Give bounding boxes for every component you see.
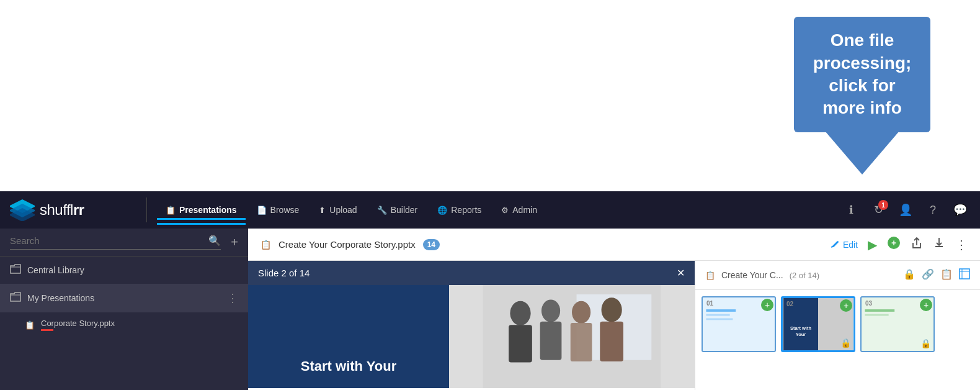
tooltip-container[interactable]: One file processing; click for more info bbox=[794, 17, 930, 175]
sidebar-item-my-presentations[interactable]: My Presentations ⋮ bbox=[0, 284, 248, 312]
thumb-lock-2: 🔒 bbox=[840, 338, 851, 348]
thumb-add-3[interactable]: + bbox=[920, 299, 932, 311]
browse-icon: 📄 bbox=[257, 206, 267, 215]
slide-area: Slide 2 of 14 ✕ Start with Your bbox=[248, 261, 980, 390]
slide-right-panel bbox=[449, 285, 695, 388]
file-info: Corporate Story.pptx bbox=[41, 319, 115, 331]
thumb-expand-icon[interactable] bbox=[959, 268, 970, 282]
nav-item-presentations[interactable]: 📋 Presentations bbox=[157, 200, 246, 220]
central-library-folder-icon bbox=[10, 264, 21, 276]
my-presentations-folder-icon bbox=[10, 292, 21, 304]
thumb-slides: 01 + 02 + bbox=[695, 290, 980, 358]
navbar: shufflrr 📋 Presentations 📄 Browse ⬆ Uplo… bbox=[0, 191, 980, 229]
nav-divider bbox=[146, 197, 147, 222]
file-header-title: Create Your Corporate Story.pptx bbox=[278, 239, 416, 250]
nav-item-presentations-wrapper: 📋 Presentations bbox=[157, 200, 246, 220]
slide-left-panel: Start with Your bbox=[248, 285, 449, 388]
svg-rect-12 bbox=[571, 323, 592, 361]
svg-rect-8 bbox=[509, 325, 532, 362]
nav-item-admin[interactable]: ⚙ Admin bbox=[492, 200, 546, 220]
nav-items: 📋 Presentations 📄 Browse ⬆ Upload 🔧 Buil… bbox=[157, 200, 841, 220]
file-pptx-icon: 📋 bbox=[25, 320, 35, 330]
thumb-copy-icon[interactable]: 📋 bbox=[940, 268, 953, 282]
nav-user-icon[interactable]: 👤 bbox=[896, 200, 915, 220]
thumb-slide-2[interactable]: 02 + 🔒 Start with Your bbox=[781, 296, 855, 352]
slide-title-bar: Slide 2 of 14 ✕ bbox=[248, 261, 695, 285]
reports-icon: 🌐 bbox=[437, 206, 447, 215]
app-container: shufflrr 📋 Presentations 📄 Browse ⬆ Uplo… bbox=[0, 191, 980, 390]
nav-refresh-icon[interactable]: ↻ 1 bbox=[868, 200, 888, 220]
sidebar: 🔍 + Central Library bbox=[0, 229, 248, 390]
file-name: Corporate Story.pptx bbox=[41, 319, 115, 328]
svg-text:+: + bbox=[891, 238, 896, 248]
people-illustration bbox=[449, 285, 695, 388]
slide-close-button[interactable]: ✕ bbox=[677, 267, 685, 279]
nav-item-browse[interactable]: 📄 Browse bbox=[248, 200, 308, 220]
svg-rect-25 bbox=[865, 309, 894, 312]
slide-text: Start with Your bbox=[301, 358, 396, 376]
thumb-header: 📋 Create Your C... (2 of 14) 🔒 🔗 📋 bbox=[695, 261, 980, 290]
thumb-lock-3: 🔒 bbox=[920, 338, 931, 348]
svg-rect-26 bbox=[865, 314, 888, 316]
slide-count-badge: 14 bbox=[423, 239, 440, 250]
share-button[interactable] bbox=[911, 237, 923, 252]
logo: shufflrr bbox=[10, 199, 134, 221]
my-presentations-more-icon[interactable]: ⋮ bbox=[227, 291, 238, 305]
svg-rect-17 bbox=[706, 309, 736, 312]
my-presentations-label: My Presentations bbox=[27, 293, 221, 303]
svg-point-9 bbox=[541, 299, 560, 322]
thumb-link-icon[interactable]: 🔗 bbox=[922, 268, 934, 282]
play-button[interactable]: ▶ bbox=[868, 237, 877, 252]
slide-viewer: Slide 2 of 14 ✕ Start with Your bbox=[248, 261, 695, 390]
nav-right: ℹ ↻ 1 👤 ? 💬 bbox=[841, 200, 970, 220]
thumb-file-icon: 📋 bbox=[705, 271, 715, 280]
add-button[interactable]: + bbox=[231, 235, 238, 250]
svg-point-7 bbox=[510, 301, 530, 325]
thumb-actions: 🔒 🔗 📋 bbox=[903, 268, 970, 282]
share-icon bbox=[911, 237, 923, 249]
svg-rect-19 bbox=[706, 318, 733, 320]
search-input-wrapper: 🔍 bbox=[10, 235, 221, 250]
svg-rect-14 bbox=[600, 322, 623, 361]
download-button[interactable] bbox=[933, 237, 945, 252]
thumb-slide-3[interactable]: 03 + 🔒 bbox=[860, 296, 935, 352]
nav-item-upload[interactable]: ⬆ Upload bbox=[310, 200, 365, 220]
thumb-add-2[interactable]: + bbox=[840, 299, 852, 312]
upload-icon: ⬆ bbox=[319, 206, 326, 215]
search-bar: 🔍 + bbox=[0, 229, 248, 256]
tooltip-box[interactable]: One file processing; click for more info bbox=[794, 17, 930, 132]
central-library-label: Central Library bbox=[27, 265, 238, 275]
download-icon bbox=[933, 237, 945, 249]
sidebar-item-central-library[interactable]: Central Library bbox=[0, 256, 248, 284]
nav-help-icon[interactable]: ? bbox=[923, 200, 943, 220]
thumb-slide-1[interactable]: 01 + bbox=[702, 296, 776, 352]
logo-text: shufflrr bbox=[40, 201, 84, 219]
file-header-actions: Edit ▶ + bbox=[831, 236, 968, 253]
tooltip-arrow bbox=[825, 131, 899, 175]
nav-info-icon[interactable]: ℹ bbox=[841, 200, 861, 220]
search-input[interactable] bbox=[10, 235, 208, 246]
logo-icon bbox=[10, 199, 35, 221]
thumb-count: (2 of 14) bbox=[790, 271, 819, 280]
svg-text:Start with: Start with bbox=[790, 325, 811, 331]
nav-item-reports[interactable]: 🌐 Reports bbox=[429, 200, 490, 220]
slide-content: Start with Your bbox=[248, 285, 695, 388]
more-options-button[interactable]: ⋮ bbox=[955, 237, 968, 252]
thumb-add-1[interactable]: + bbox=[761, 299, 773, 311]
nav-item-builder[interactable]: 🔧 Builder bbox=[368, 200, 427, 220]
svg-point-11 bbox=[572, 301, 590, 324]
sidebar-file-corporate-story[interactable]: 📋 Corporate Story.pptx bbox=[0, 312, 248, 337]
add-slide-button[interactable]: + bbox=[887, 236, 901, 253]
thumb-panel: 📋 Create Your C... (2 of 14) 🔒 🔗 📋 bbox=[695, 261, 980, 390]
file-header-pptx-icon: 📋 bbox=[261, 240, 271, 250]
nav-chat-icon[interactable]: 💬 bbox=[950, 200, 970, 220]
svg-rect-10 bbox=[540, 322, 562, 360]
add-circle-icon: + bbox=[887, 236, 901, 250]
svg-text:Your: Your bbox=[796, 332, 806, 337]
presentations-icon: 📋 bbox=[166, 206, 176, 215]
admin-icon: ⚙ bbox=[501, 206, 509, 215]
thumb-lock-icon[interactable]: 🔒 bbox=[903, 268, 915, 282]
search-icon[interactable]: 🔍 bbox=[208, 235, 221, 247]
edit-button[interactable]: Edit bbox=[831, 240, 858, 250]
right-panel: 📋 Create Your Corporate Story.pptx 14 Ed… bbox=[248, 229, 980, 390]
